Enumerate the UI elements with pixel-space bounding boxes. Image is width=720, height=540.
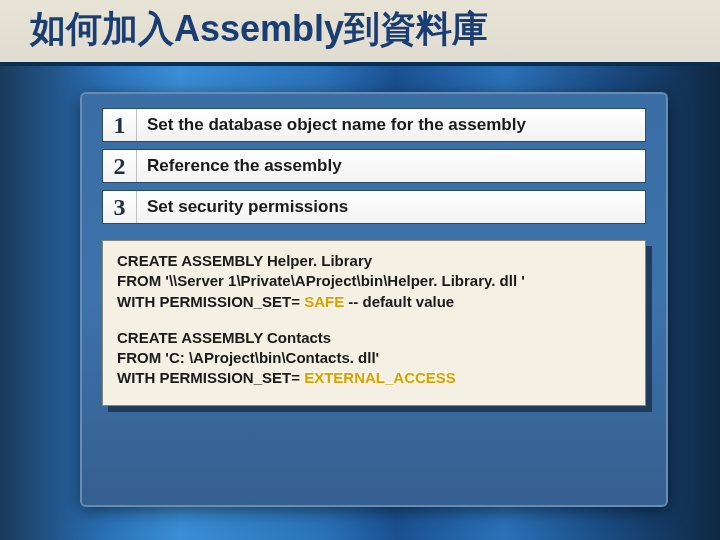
step-row-1: 1 Set the database object name for the a… <box>102 108 646 142</box>
step-number: 3 <box>103 191 137 223</box>
page-title: 如何加入Assembly到資料庫 <box>30 5 690 54</box>
keyword-safe: SAFE <box>304 293 344 310</box>
code-text: WITH PERMISSION_SET= <box>117 293 304 310</box>
code-example-1: CREATE ASSEMBLY Helper. Library FROM '\\… <box>117 251 631 312</box>
code-block: CREATE ASSEMBLY Helper. Library FROM '\\… <box>102 240 646 406</box>
step-text: Reference the assembly <box>137 150 645 182</box>
content-panel: 1 Set the database object name for the a… <box>80 92 668 507</box>
step-row-2: 2 Reference the assembly <box>102 149 646 183</box>
code-block-wrapper: CREATE ASSEMBLY Helper. Library FROM '\\… <box>102 240 646 406</box>
code-example-2: CREATE ASSEMBLY Contacts FROM 'C: \AProj… <box>117 328 631 389</box>
step-number: 2 <box>103 150 137 182</box>
title-area: 如何加入Assembly到資料庫 <box>0 0 720 66</box>
code-text: -- default value <box>344 293 454 310</box>
step-text: Set security permissions <box>137 191 645 223</box>
step-number: 1 <box>103 109 137 141</box>
step-text: Set the database object name for the ass… <box>137 109 645 141</box>
keyword-external-access: EXTERNAL_ACCESS <box>304 369 456 386</box>
code-line: FROM '\\Server 1\Private\AProject\bin\He… <box>117 271 631 291</box>
code-line: CREATE ASSEMBLY Helper. Library <box>117 251 631 271</box>
code-line: WITH PERMISSION_SET= EXTERNAL_ACCESS <box>117 368 631 388</box>
code-line: FROM 'C: \AProject\bin\Contacts. dll' <box>117 348 631 368</box>
code-text: WITH PERMISSION_SET= <box>117 369 304 386</box>
code-line: CREATE ASSEMBLY Contacts <box>117 328 631 348</box>
step-row-3: 3 Set security permissions <box>102 190 646 224</box>
code-line: WITH PERMISSION_SET= SAFE -- default val… <box>117 292 631 312</box>
